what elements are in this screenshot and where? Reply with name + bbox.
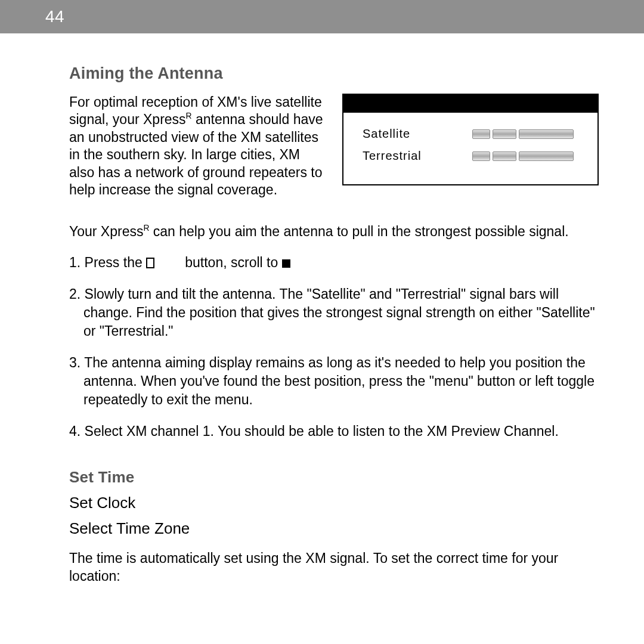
signal-bar-satellite	[472, 129, 574, 139]
signal-row-terrestrial: Terrestrial	[363, 149, 584, 163]
step-3: 3. The antenna aiming display remains as…	[69, 354, 599, 409]
set-time-body: The time is automatically set using the …	[69, 550, 599, 586]
menu-button-glyph	[146, 258, 154, 268]
subheading-select-time-zone: Select Time Zone	[69, 519, 599, 538]
signal-row-satellite: Satellite	[363, 127, 584, 141]
section-title-aiming: Aiming the Antenna	[69, 64, 599, 83]
steps-block: Your XpressR can help you aim the antenn…	[69, 223, 599, 441]
subheading-set-clock: Set Clock	[69, 494, 599, 512]
page-content: Aiming the Antenna For optimal reception…	[0, 33, 644, 586]
figure-header-bar	[343, 95, 597, 113]
step-1: 1. Press the button, scroll to	[69, 253, 599, 272]
intro-paragraph: For optimal reception of XM's live satel…	[69, 94, 324, 199]
signal-label-satellite: Satellite	[363, 127, 464, 141]
step-2: 2. Slowly turn and tilt the antenna. The…	[69, 285, 599, 340]
lead-paragraph: Your XpressR can help you aim the antenn…	[69, 223, 599, 240]
page-header-bar: 44	[0, 0, 644, 33]
figure-body: Satellite Terrestrial	[343, 113, 597, 184]
signal-bar-terrestrial	[472, 151, 574, 161]
section-title-set-time: Set Time	[69, 468, 599, 487]
step-4: 4. Select XM channel 1. You should be ab…	[69, 422, 599, 441]
intro-row: For optimal reception of XM's live satel…	[69, 94, 599, 199]
signal-label-terrestrial: Terrestrial	[363, 149, 464, 163]
page: 44 Aiming the Antenna For optimal recept…	[0, 0, 644, 644]
target-glyph	[282, 259, 290, 268]
signal-figure: Satellite Terrestrial	[342, 94, 599, 185]
page-number: 44	[45, 7, 64, 26]
